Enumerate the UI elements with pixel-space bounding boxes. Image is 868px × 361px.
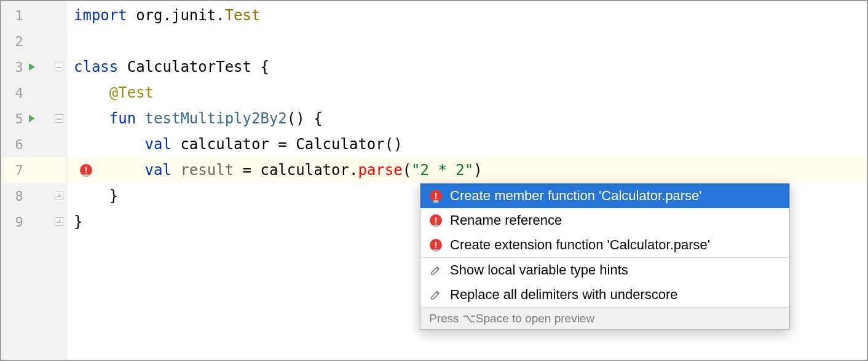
keyword-val: val xyxy=(145,136,172,153)
svg-marker-0 xyxy=(29,63,35,71)
line-number: 6 xyxy=(1,137,23,152)
import-path: org.junit. xyxy=(127,7,225,24)
brace-open: { xyxy=(260,58,269,76)
class-name: CalculatorTest xyxy=(118,58,260,76)
local-var: calculator xyxy=(180,136,269,153)
equals: = xyxy=(269,136,296,153)
code-line[interactable]: @Test xyxy=(66,80,867,106)
gutter-line: 1 xyxy=(1,2,66,28)
keyword-val: val xyxy=(145,161,172,179)
paren-open: ( xyxy=(403,161,411,179)
pencil-icon xyxy=(429,265,443,276)
gutter: 1 2 3 4 5 xyxy=(1,1,66,360)
pencil-icon xyxy=(429,289,443,300)
string-literal: "2 * 2" xyxy=(411,161,473,179)
parens: () xyxy=(287,110,305,127)
svg-marker-1 xyxy=(29,115,35,122)
import-class: Test xyxy=(225,7,261,24)
member-access: = calculator. xyxy=(234,161,358,179)
run-test-icon[interactable] xyxy=(23,114,42,123)
code-line[interactable]: import org.junit.Test xyxy=(66,2,867,28)
error-bulb-icon: ! xyxy=(429,214,443,227)
line-number: 9 xyxy=(1,214,23,230)
fold-toggle[interactable] xyxy=(41,63,66,71)
unresolved-reference: parse xyxy=(358,161,402,179)
fold-end-icon[interactable] xyxy=(41,192,66,200)
intention-item-rename[interactable]: ! Rename reference xyxy=(420,208,789,233)
error-bulb-icon: ! xyxy=(429,239,443,251)
line-number: 5 xyxy=(1,111,23,126)
gutter-line: 5 xyxy=(1,106,66,131)
line-number: 1 xyxy=(1,8,23,23)
line-number: 7 xyxy=(1,163,23,178)
call-parens: () xyxy=(385,136,403,153)
intention-label: Replace all delimiters with underscore xyxy=(450,287,678,303)
intention-label: Create extension function 'Calculator.pa… xyxy=(450,237,710,253)
code-line[interactable]: fun testMultiply2By2() { xyxy=(66,106,867,131)
code-line[interactable]: class CalculatorTest { xyxy=(66,54,867,80)
paren-close: ) xyxy=(473,161,482,179)
error-bulb-icon: ! xyxy=(429,190,443,202)
brace-close: } xyxy=(74,213,82,230)
keyword-import: import xyxy=(74,7,127,24)
intention-item-create-extension[interactable]: ! Create extension function 'Calculator.… xyxy=(420,233,789,257)
keyword-class: class xyxy=(74,58,118,76)
intention-label: Show local variable type hints xyxy=(450,262,628,278)
intention-label: Create member function 'Calculator.parse… xyxy=(450,188,701,204)
intention-actions-popup[interactable]: ! Create member function 'Calculator.par… xyxy=(420,183,790,330)
intention-bulb-icon[interactable]: ! xyxy=(80,164,92,176)
fold-toggle[interactable] xyxy=(41,114,66,123)
run-test-icon[interactable] xyxy=(23,62,42,72)
intention-item-type-hints[interactable]: Show local variable type hints xyxy=(420,258,789,282)
intention-item-create-member[interactable]: ! Create member function 'Calculator.par… xyxy=(420,184,789,208)
keyword-fun: fun xyxy=(109,110,136,127)
gutter-line: 6 xyxy=(1,131,66,157)
type-ref: Calculator xyxy=(296,136,385,153)
code-line[interactable] xyxy=(66,28,867,54)
popup-footer-hint: Press ⌥Space to open preview xyxy=(420,307,789,329)
local-var: result xyxy=(180,161,234,179)
code-line[interactable]: val calculator = Calculator() xyxy=(66,131,867,157)
gutter-line: 7 xyxy=(1,157,66,183)
gutter-line: 9 xyxy=(1,209,66,235)
line-number: 8 xyxy=(1,188,23,204)
fold-end-icon[interactable] xyxy=(41,217,66,226)
line-number: 2 xyxy=(1,34,23,49)
brace-close: } xyxy=(109,187,118,204)
intention-label: Rename reference xyxy=(450,212,562,228)
brace-open: { xyxy=(305,110,323,127)
gutter-line: 8 xyxy=(1,183,66,209)
gutter-line: 4 xyxy=(1,80,66,106)
line-number: 3 xyxy=(1,60,23,75)
code-line-active[interactable]: ! val result = calculator.parse("2 * 2") xyxy=(66,157,867,183)
annotation-test: @Test xyxy=(109,84,154,101)
intention-item-replace-delimiters[interactable]: Replace all delimiters with underscore xyxy=(420,282,789,307)
gutter-line: 2 xyxy=(1,28,66,54)
gutter-line: 3 xyxy=(1,54,66,80)
function-name: testMultiply2By2 xyxy=(136,110,287,127)
line-number: 4 xyxy=(1,85,23,101)
